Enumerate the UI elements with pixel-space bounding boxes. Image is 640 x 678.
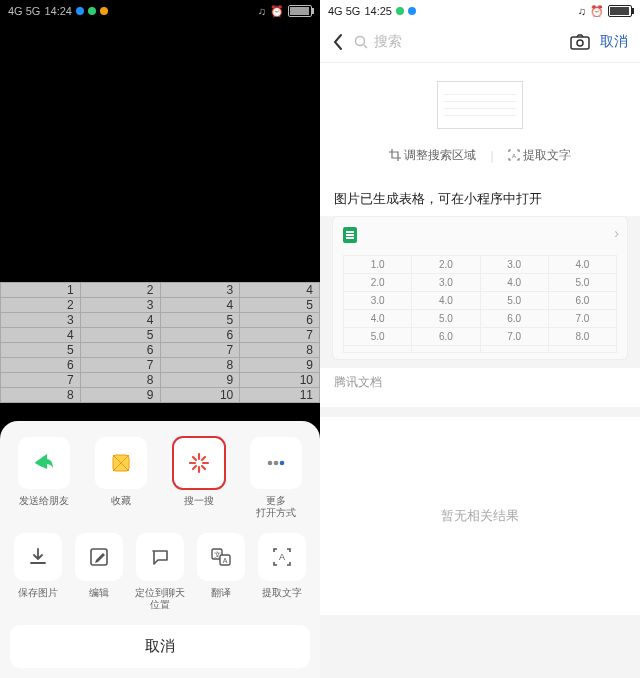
notif-dot-2 (408, 7, 416, 15)
action-edit[interactable]: 编辑 (71, 533, 126, 611)
provider-label: 腾讯文档 (320, 368, 640, 407)
camera-icon[interactable] (570, 34, 590, 50)
notif-dot-3 (100, 7, 108, 15)
cell: 2.0 (344, 274, 412, 292)
cell: 7 (1, 373, 81, 388)
network-label: 4G 5G (8, 5, 40, 17)
chevron-right-icon: › (614, 225, 619, 241)
cell: 5 (240, 298, 320, 313)
search-input[interactable]: 搜索 (354, 33, 560, 51)
svg-text:A: A (512, 153, 516, 159)
action-sheet: 发送给朋友收藏搜一搜更多 打开方式 保存图片编辑定位到聊天 位置文A翻译A提取文… (0, 421, 320, 678)
cell: 7 (240, 328, 320, 343)
action-label: 保存图片 (18, 587, 58, 599)
extract-text-icon: A (258, 533, 306, 581)
crop-area-button[interactable]: 调整搜索区域 (389, 147, 476, 164)
cell: 10 (240, 373, 320, 388)
action-translate[interactable]: 文A翻译 (194, 533, 249, 611)
action-label: 定位到聊天 位置 (135, 587, 185, 611)
action-locate-chat[interactable]: 定位到聊天 位置 (132, 533, 187, 611)
action-more-open-with[interactable]: 更多 打开方式 (243, 437, 311, 519)
svg-point-11 (356, 37, 365, 46)
cell: 3 (160, 283, 240, 298)
cell: 6.0 (412, 328, 480, 346)
svg-point-2 (268, 461, 273, 466)
search-scan-icon (173, 437, 225, 489)
cell: 7 (160, 343, 240, 358)
action-label: 发送给朋友 (19, 495, 69, 507)
cell: 5.0 (412, 310, 480, 328)
action-search-scan[interactable]: 搜一搜 (165, 437, 233, 519)
svg-point-3 (274, 461, 279, 466)
translate-icon: 文A (197, 533, 245, 581)
section-title: 图片已生成表格，可在小程序中打开 (320, 178, 640, 216)
cell: 8 (80, 373, 160, 388)
action-label: 收藏 (111, 495, 131, 507)
cell: 2 (80, 283, 160, 298)
cell: 9 (160, 373, 240, 388)
search-thumbnail[interactable] (437, 81, 523, 129)
crop-icon (389, 149, 401, 161)
action-save-image[interactable]: 保存图片 (10, 533, 65, 611)
clock-right: 14:25 (364, 5, 392, 17)
cell: 7.0 (480, 328, 548, 346)
notif-dot-1 (76, 7, 84, 15)
cell (344, 346, 412, 353)
battery-icon (288, 5, 312, 17)
cell: 4 (80, 313, 160, 328)
cell: 6 (240, 313, 320, 328)
search-header: 搜索 取消 (320, 22, 640, 63)
cell: 4.0 (344, 310, 412, 328)
svg-text:A: A (279, 552, 285, 562)
cell: 5.0 (480, 292, 548, 310)
action-label: 编辑 (89, 587, 109, 599)
cell: 3.0 (480, 256, 548, 274)
cell: 4 (160, 298, 240, 313)
cell: 2.0 (412, 256, 480, 274)
cell: 5 (1, 343, 81, 358)
search-placeholder: 搜索 (374, 33, 402, 51)
status-bar-right: 4G 5G 14:25 ♫ ⏰ (320, 0, 640, 22)
cell: 1 (1, 283, 81, 298)
headset-icon: ♫ (578, 5, 586, 17)
cell: 5 (160, 313, 240, 328)
cell: 5.0 (344, 328, 412, 346)
cell: 9 (240, 358, 320, 373)
save-image-icon (14, 533, 62, 581)
cell: 5 (80, 328, 160, 343)
divider: | (490, 149, 493, 163)
notif-dot-2 (88, 7, 96, 15)
cell: 4.0 (480, 274, 548, 292)
action-label: 翻译 (211, 587, 231, 599)
action-extract-text[interactable]: A提取文字 (255, 533, 310, 611)
right-screenshot: 4G 5G 14:25 ♫ ⏰ 搜索 取消 (320, 0, 640, 678)
cell: 9 (80, 388, 160, 403)
generated-table-card[interactable]: › 1.02.03.04.02.03.04.05.03.04.05.06.04.… (332, 216, 628, 360)
alarm-icon: ⏰ (590, 5, 604, 18)
cell: 8 (240, 343, 320, 358)
share-to-friends-icon (18, 437, 70, 489)
cancel-button[interactable]: 取消 (10, 625, 310, 668)
cell: 11 (240, 388, 320, 403)
cell: 8 (1, 388, 81, 403)
action-favorite[interactable]: 收藏 (88, 437, 156, 519)
no-results-label: 暂无相关结果 (320, 417, 640, 615)
cell: 7 (80, 358, 160, 373)
cell: 7.0 (548, 310, 616, 328)
locate-chat-icon (136, 533, 184, 581)
svg-point-4 (280, 461, 285, 466)
cell: 4.0 (548, 256, 616, 274)
cancel-link[interactable]: 取消 (600, 33, 628, 51)
back-icon[interactable] (332, 33, 344, 51)
cell: 5.0 (548, 274, 616, 292)
cell: 1.0 (344, 256, 412, 274)
cell: 8 (160, 358, 240, 373)
action-share-to-friends[interactable]: 发送给朋友 (10, 437, 78, 519)
cell: 4 (1, 328, 81, 343)
search-icon (354, 35, 368, 49)
scan-text-icon: A (508, 149, 520, 161)
cell (412, 346, 480, 353)
svg-text:A: A (223, 557, 228, 564)
extract-text-button[interactable]: A 提取文字 (508, 147, 571, 164)
svg-rect-12 (571, 37, 589, 49)
